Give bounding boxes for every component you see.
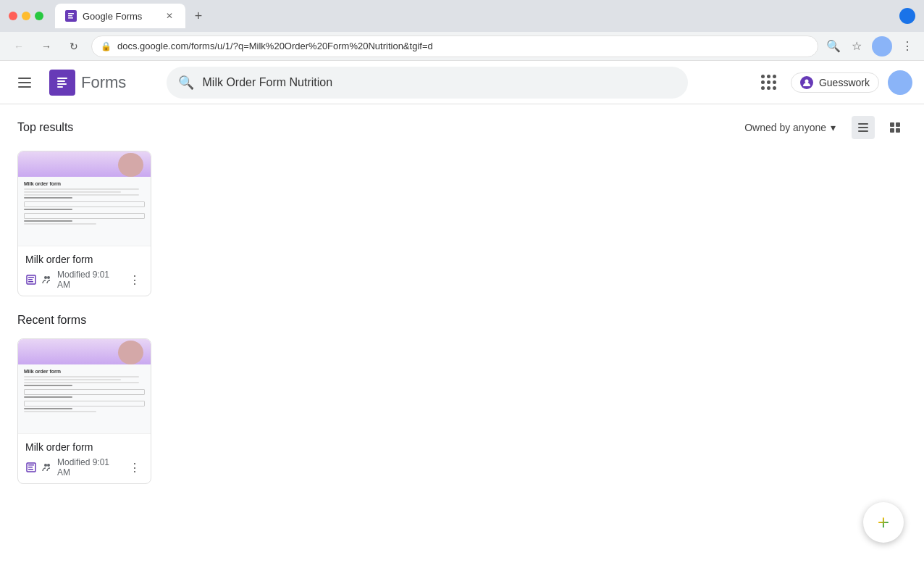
forward-button[interactable]: → [36, 36, 56, 57]
recent-forms-grid: Milk order form Milk order form [17, 338, 907, 484]
svg-rect-9 [858, 127, 868, 128]
recent-forms-section: Recent forms Milk order form [17, 314, 907, 484]
svg-rect-3 [57, 78, 67, 79]
preview-form-title-recent: Milk order form [24, 369, 145, 374]
svg-point-20 [47, 276, 50, 279]
svg-rect-8 [858, 123, 868, 125]
user-avatar[interactable] [888, 70, 912, 95]
svg-rect-13 [890, 128, 894, 133]
modified-text-recent: Modified 9:01 AM [57, 457, 122, 477]
svg-rect-16 [28, 277, 34, 278]
address-bar-right: 🔍 ☆ ⋮ [826, 36, 915, 57]
svg-point-25 [44, 464, 47, 467]
svg-rect-2 [68, 17, 73, 19]
card-preview-body-recent: Milk order form [18, 364, 151, 418]
maximize-button[interactable] [35, 12, 43, 20]
owned-by-button[interactable]: Owned by anyone ▾ [737, 117, 843, 138]
main-content: Top results Owned by anyone ▾ [0, 104, 924, 563]
card-meta-recent: Modified 9:01 AM ⋮ [25, 457, 143, 477]
svg-rect-5 [57, 83, 67, 85]
more-options-button[interactable]: ⋮ [126, 271, 143, 288]
apps-grid-icon [761, 75, 776, 90]
fab-button[interactable]: + [863, 502, 904, 543]
apps-grid-button[interactable] [756, 70, 782, 96]
card-name: Milk order form [25, 254, 143, 265]
preview-form-title: Milk order form [24, 181, 145, 186]
close-button[interactable] [9, 12, 17, 20]
search-bar[interactable]: 🔍 [167, 67, 688, 99]
workspace-name: Guesswork [819, 77, 870, 88]
card-preview-header-recent [18, 339, 151, 364]
bookmark-icon[interactable]: ☆ [849, 38, 865, 54]
back-button[interactable]: ← [9, 36, 29, 57]
card-name-recent: Milk order form [25, 441, 143, 453]
card-preview: Milk order form [18, 151, 151, 246]
forms-logo-icon [49, 70, 75, 96]
list-view-button[interactable] [852, 116, 875, 139]
form-card-recent[interactable]: Milk order form Milk order form [17, 338, 151, 484]
svg-rect-14 [896, 128, 900, 133]
svg-rect-24 [28, 469, 33, 470]
recent-forms-title: Recent forms [17, 314, 86, 327]
grid-view-button[interactable] [883, 116, 907, 139]
card-info: Milk order form [18, 246, 151, 296]
top-results-grid: Milk order form Milk order form [17, 151, 907, 296]
svg-rect-23 [28, 467, 33, 468]
modified-text: Modified 9:01 AM [57, 270, 122, 290]
header-right: Guesswork [756, 70, 912, 96]
card-preview-image [118, 153, 143, 177]
card-preview-image-recent [118, 341, 143, 364]
svg-point-7 [805, 79, 808, 83]
chrome-profile-icon [899, 8, 915, 24]
svg-rect-17 [28, 279, 33, 280]
refresh-button[interactable]: ↻ [64, 36, 84, 57]
new-tab-button[interactable]: + [188, 6, 209, 26]
svg-rect-18 [28, 281, 33, 283]
lock-icon: 🔒 [101, 41, 112, 51]
shared-icon [41, 274, 53, 285]
svg-rect-1 [68, 15, 72, 17]
hamburger-icon [18, 78, 31, 88]
content-toolbar: Top results Owned by anyone ▾ [17, 116, 907, 139]
search-input[interactable] [203, 76, 676, 89]
tab-bar: Google Forms ✕ + [55, 4, 915, 28]
form-card[interactable]: Milk order form Milk order form [17, 151, 151, 296]
profile-avatar-addr[interactable] [872, 36, 892, 57]
svg-rect-10 [858, 130, 868, 132]
more-options-button-recent[interactable]: ⋮ [126, 459, 143, 476]
owned-by-label: Owned by anyone [744, 122, 826, 133]
forms-icon-recent [25, 462, 37, 473]
app-header: Forms 🔍 [0, 61, 924, 104]
active-tab[interactable]: Google Forms ✕ [55, 4, 185, 28]
dropdown-chevron-icon: ▾ [831, 122, 836, 133]
card-info-recent: Milk order form [18, 433, 151, 483]
card-meta: Modified 9:01 AM ⋮ [25, 270, 143, 290]
window-controls [9, 12, 43, 20]
tab-close-button[interactable]: ✕ [164, 10, 175, 22]
toolbar-right: Owned by anyone ▾ [737, 116, 907, 139]
search-icon: 🔍 [178, 75, 194, 91]
top-results-section: Top results Owned by anyone ▾ [17, 116, 907, 296]
card-preview-body: Milk order form [18, 177, 151, 230]
menu-icon[interactable]: ⋮ [899, 38, 915, 54]
svg-rect-22 [28, 464, 34, 466]
url-bar[interactable]: 🔒 docs.google.com/forms/u/1/?q=Milk%20Or… [91, 36, 818, 57]
hamburger-button[interactable] [12, 70, 38, 96]
workspace-badge[interactable]: Guesswork [791, 72, 879, 93]
address-bar: ← → ↻ 🔒 docs.google.com/forms/u/1/?q=Mil… [0, 32, 924, 61]
browser-chrome: Google Forms ✕ + [0, 0, 924, 32]
svg-rect-6 [57, 86, 63, 88]
recent-toolbar: Recent forms [17, 314, 907, 327]
forms-icon [25, 274, 37, 285]
workspace-icon [800, 76, 813, 89]
minimize-button[interactable] [22, 12, 30, 20]
svg-point-19 [44, 276, 47, 279]
shared-icon-recent [41, 462, 53, 473]
search-icon-addr[interactable]: 🔍 [826, 38, 841, 54]
search-container: 🔍 [167, 67, 688, 99]
forms-logo: Forms [49, 70, 126, 96]
fab-plus-icon: + [878, 512, 889, 533]
card-preview-header [18, 151, 151, 177]
url-text: docs.google.com/forms/u/1/?q=Milk%20Orde… [117, 41, 433, 51]
svg-rect-12 [896, 122, 900, 127]
